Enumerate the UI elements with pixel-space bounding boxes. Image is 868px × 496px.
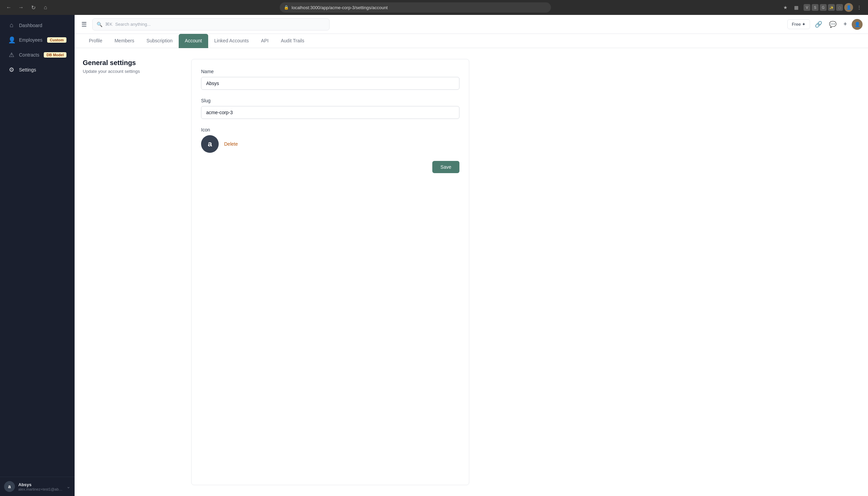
menu-toggle-button[interactable]: ☰: [80, 19, 88, 30]
app: ⌂ Dashboard 👤 Employees Custom ⚠ Contrac…: [0, 15, 868, 496]
footer-name: Absys: [18, 482, 63, 487]
ext-icon-2: S: [812, 4, 819, 11]
slug-label: Slug: [201, 98, 460, 103]
tab-subscription[interactable]: Subscription: [140, 34, 179, 48]
browser-chrome: ← → ↻ ⌂ 🔒 localhost:3000/app/acme-corp-3…: [0, 0, 868, 15]
comment-button[interactable]: 💬: [827, 19, 838, 30]
employees-icon: 👤: [8, 36, 15, 44]
tab-api[interactable]: API: [255, 34, 275, 48]
sidebar-item-contracts[interactable]: ⚠ Contracts DB Model: [3, 48, 72, 62]
employees-badge: Custom: [47, 37, 66, 43]
search-bar[interactable]: 🔍 ⌘K Search anything...: [92, 18, 330, 31]
name-input[interactable]: [201, 77, 460, 90]
refresh-button[interactable]: ↻: [29, 3, 38, 12]
chevron-icon: ⌄: [66, 484, 71, 489]
name-field-group: Name: [201, 69, 460, 90]
add-button[interactable]: +: [841, 19, 849, 30]
url-text: localhost:3000/app/acme-corp-3/settings/…: [291, 5, 388, 10]
icon-display: a Delete: [201, 135, 460, 153]
footer-avatar: a: [4, 481, 15, 492]
topbar-actions: Free ✦ 🔗 💬 + 👤: [787, 19, 863, 30]
slug-input[interactable]: [201, 106, 460, 119]
section-title: General settings: [83, 59, 178, 67]
ext-icon-1: V: [804, 4, 810, 11]
sidebar-label-contracts: Contracts: [19, 52, 40, 58]
forward-button[interactable]: →: [16, 3, 26, 12]
slug-field-group: Slug: [201, 98, 460, 119]
browser-actions: ★ ▦ V S G ✨ ◌ 👤 ⋮: [780, 3, 864, 12]
back-button[interactable]: ←: [4, 3, 14, 12]
tab-audit-trails[interactable]: Audit Trails: [275, 34, 310, 48]
page-content: General settings Update your account set…: [75, 48, 868, 496]
extensions-button[interactable]: ▦: [791, 3, 801, 12]
contracts-badge: DB Model: [44, 52, 66, 58]
sidebar-label-employees: Employees: [19, 37, 43, 43]
home-button[interactable]: ⌂: [41, 3, 50, 12]
contracts-icon: ⚠: [8, 51, 15, 59]
search-placeholder: Search anything...: [115, 22, 151, 27]
save-label: Save: [440, 164, 451, 170]
search-shortcut-label: ⌘K: [105, 22, 113, 27]
footer-email: alex.martinez+test1@abs...: [18, 487, 63, 491]
sidebar-item-dashboard[interactable]: ⌂ Dashboard: [3, 18, 72, 32]
settings-icon: ⚙: [8, 66, 15, 74]
tab-profile[interactable]: Profile: [83, 34, 108, 48]
user-avatar[interactable]: 👤: [852, 19, 863, 30]
sidebar-item-employees[interactable]: 👤 Employees Custom: [3, 33, 72, 47]
main-content: ☰ 🔍 ⌘K Search anything... Free ✦ 🔗 💬 + 👤…: [75, 15, 868, 496]
menu-button[interactable]: ⋮: [854, 3, 864, 12]
settings-form: Name Slug Icon a Delete: [191, 59, 469, 485]
lock-icon: 🔒: [284, 5, 289, 10]
free-button[interactable]: Free ✦: [787, 19, 810, 29]
company-avatar: a: [201, 135, 219, 153]
sidebar-label-dashboard: Dashboard: [19, 23, 66, 28]
ext-icon-5: ◌: [836, 4, 843, 11]
tab-linked-accounts[interactable]: Linked Accounts: [208, 34, 255, 48]
tabs: Profile Members Subscription Account Lin…: [75, 34, 868, 48]
link-button[interactable]: 🔗: [813, 19, 824, 30]
name-label: Name: [201, 69, 460, 74]
sidebar-label-settings: Settings: [19, 67, 66, 73]
form-actions: Save: [201, 161, 460, 173]
section-subtitle: Update your account settings: [83, 69, 178, 74]
tab-members[interactable]: Members: [108, 34, 140, 48]
save-button[interactable]: Save: [432, 161, 460, 173]
sidebar: ⌂ Dashboard 👤 Employees Custom ⚠ Contrac…: [0, 15, 75, 496]
free-label: Free ✦: [792, 22, 806, 27]
delete-label: Delete: [224, 141, 238, 147]
delete-icon-button[interactable]: Delete: [224, 141, 238, 147]
icon-field-group: Icon a Delete: [201, 127, 460, 153]
sidebar-nav: ⌂ Dashboard 👤 Employees Custom ⚠ Contrac…: [0, 15, 75, 477]
content-left: General settings Update your account set…: [83, 59, 178, 485]
ext-icon-3: G: [820, 4, 827, 11]
sidebar-item-settings[interactable]: ⚙ Settings: [3, 63, 72, 77]
search-icon: 🔍: [96, 22, 102, 27]
tab-account[interactable]: Account: [179, 34, 208, 48]
topbar: ☰ 🔍 ⌘K Search anything... Free ✦ 🔗 💬 + 👤: [75, 15, 868, 34]
browser-extensions: V S G ✨ ◌: [804, 4, 843, 11]
sidebar-footer[interactable]: a Absys alex.martinez+test1@abs... ⌄: [0, 477, 75, 496]
footer-info: Absys alex.martinez+test1@abs...: [18, 482, 63, 491]
bookmark-button[interactable]: ★: [780, 3, 790, 12]
dashboard-icon: ⌂: [8, 22, 15, 29]
ext-icon-4: ✨: [828, 4, 835, 11]
browser-profile[interactable]: 👤: [844, 3, 853, 12]
icon-label: Icon: [201, 127, 460, 133]
address-bar[interactable]: 🔒 localhost:3000/app/acme-corp-3/setting…: [280, 2, 551, 13]
